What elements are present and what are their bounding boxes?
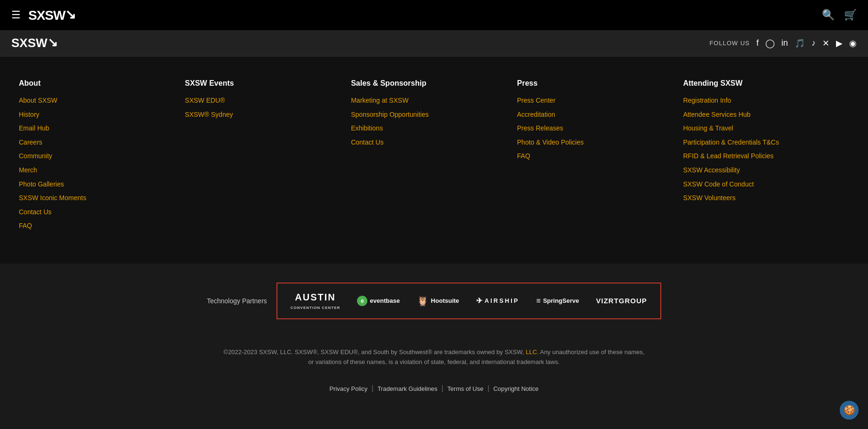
follow-label: FOLLOW US xyxy=(709,40,750,47)
cart-icon[interactable]: 🛒 xyxy=(844,9,857,21)
link-history[interactable]: History xyxy=(19,111,40,118)
link-photo-galleries[interactable]: Photo Galleries xyxy=(19,180,64,188)
rss-icon[interactable]: ◉ xyxy=(849,38,857,49)
footer-col-about: About About SXSW History Email Hub Caree… xyxy=(19,79,185,235)
link-participation[interactable]: Participation & Credentials T&Cs xyxy=(683,138,779,146)
link-merch[interactable]: Merch xyxy=(19,166,37,174)
copyright-text: ©2022-2023 SXSW, LLC. SXSW®, SXSW EDU®, … xyxy=(222,348,646,367)
link-faq-press[interactable]: FAQ xyxy=(517,152,530,160)
partner-austin: AUSTIN CONVENTION CENTER xyxy=(291,292,340,310)
link-terms-of-use[interactable]: Terms of Use xyxy=(447,385,484,392)
footer-heading-sales: Sales & Sponsorship xyxy=(351,79,508,88)
link-registration[interactable]: Registration Info xyxy=(683,97,731,104)
link-accessibility[interactable]: SXSW Accessibility xyxy=(683,166,740,174)
link-sponsorship[interactable]: Sponsorship Opportunities xyxy=(351,111,429,118)
tech-partners-section: Technology Partners AUSTIN CONVENTION CE… xyxy=(0,264,868,338)
search-icon[interactable]: 🔍 xyxy=(822,9,835,21)
footer-col-sales: Sales & Sponsorship Marketing at SXSW Sp… xyxy=(351,79,517,235)
link-careers[interactable]: Careers xyxy=(19,138,42,146)
link-community[interactable]: Community xyxy=(19,152,52,160)
link-sxsw-sydney[interactable]: SXSW® Sydney xyxy=(185,111,233,118)
link-sxsw-edu[interactable]: SXSW EDU® xyxy=(185,97,225,104)
tiktok-icon[interactable]: ♪ xyxy=(811,38,816,48)
footer-heading-events: SXSW Events xyxy=(185,79,342,88)
spotify-icon[interactable]: 🎵 xyxy=(795,38,805,49)
partner-vizrt: VIZRTGROUP xyxy=(596,297,647,305)
footer-col-attending: Attending SXSW Registration Info Attende… xyxy=(683,79,849,235)
link-volunteers[interactable]: SXSW Volunteers xyxy=(683,194,735,202)
vizrt-name: VIZRTGROUP xyxy=(596,297,647,305)
partners-box: AUSTIN CONVENTION CENTER e eventbase 🦉 H… xyxy=(276,283,661,319)
link-accreditation[interactable]: Accreditation xyxy=(517,111,555,118)
footer-links-attending: Registration Info Attendee Services Hub … xyxy=(683,96,840,203)
separator-1: | xyxy=(372,384,376,392)
footer-bottom-links: Privacy Policy | Trademark Guidelines | … xyxy=(0,380,868,407)
footer-columns: About About SXSW History Email Hub Caree… xyxy=(19,79,849,235)
footer-col-press: Press Press Center Accreditation Press R… xyxy=(517,79,683,235)
link-trademark-guidelines[interactable]: Trademark Guidelines xyxy=(377,385,437,392)
austin-name: AUSTIN xyxy=(295,292,335,303)
footer-links-press: Press Center Accreditation Press Release… xyxy=(517,96,674,161)
top-nav: ☰ SXSW↗ 🔍 🛒 xyxy=(0,0,868,30)
partner-eventbase: e eventbase xyxy=(357,296,400,306)
link-contact-sales[interactable]: Contact Us xyxy=(351,138,383,146)
footer-col-events: SXSW Events SXSW EDU® SXSW® Sydney xyxy=(185,79,351,235)
link-housing-travel[interactable]: Housing & Travel xyxy=(683,124,733,132)
eventbase-icon: e xyxy=(357,296,367,306)
link-code-of-conduct[interactable]: SXSW Code of Conduct xyxy=(683,180,754,188)
separator-3: | xyxy=(487,384,492,392)
separator-2: | xyxy=(441,384,446,392)
link-faq-about[interactable]: FAQ xyxy=(19,222,32,229)
footer-links-about: About SXSW History Email Hub Careers Com… xyxy=(19,96,176,231)
partner-hootsuite: 🦉 Hootsuite xyxy=(417,295,459,307)
facebook-icon[interactable]: f xyxy=(756,38,759,48)
copyright-section: ©2022-2023 SXSW, LLC. SXSW®, SXSW EDU®, … xyxy=(0,338,868,380)
link-email-hub[interactable]: Email Hub xyxy=(19,124,49,132)
link-rfid[interactable]: RFID & Lead Retrieval Policies xyxy=(683,152,773,160)
linkedin-icon[interactable]: in xyxy=(781,38,788,48)
footer-links-events: SXSW EDU® SXSW® Sydney xyxy=(185,96,342,119)
link-contact-about[interactable]: Contact Us xyxy=(19,208,51,216)
link-exhibitions[interactable]: Exhibitions xyxy=(351,124,383,132)
footer-main: About About SXSW History Email Hub Caree… xyxy=(0,57,868,264)
hamburger-icon[interactable]: ☰ xyxy=(11,9,21,21)
copyright-llc-link[interactable]: LLC xyxy=(526,348,537,356)
partner-springserve: ≡ SpringServe xyxy=(536,297,579,305)
eventbase-name: eventbase xyxy=(370,297,400,304)
link-copyright-notice[interactable]: Copyright Notice xyxy=(493,385,538,392)
link-press-releases[interactable]: Press Releases xyxy=(517,124,563,132)
top-nav-right: 🔍 🛒 xyxy=(822,9,857,21)
airship-name: AIRSHIP xyxy=(485,297,519,304)
footer-heading-about: About xyxy=(19,79,176,88)
secondary-logo: SXSW↗ xyxy=(11,36,58,50)
footer-links-sales: Marketing at SXSW Sponsorship Opportunit… xyxy=(351,96,508,147)
footer-heading-attending: Attending SXSW xyxy=(683,79,840,88)
top-nav-left: ☰ SXSW↗ xyxy=(11,8,75,23)
link-about-sxsw[interactable]: About SXSW xyxy=(19,97,57,104)
link-press-center[interactable]: Press Center xyxy=(517,97,556,104)
springserve-name: SpringServe xyxy=(543,297,579,304)
austin-sub: CONVENTION CENTER xyxy=(291,306,340,310)
secondary-header: SXSW↗ FOLLOW US f ◯ in 🎵 ♪ ✕ ▶ ◉ xyxy=(0,30,868,57)
link-attendee-hub[interactable]: Attendee Services Hub xyxy=(683,111,750,118)
hootsuite-name: Hootsuite xyxy=(431,297,459,304)
link-privacy-policy[interactable]: Privacy Policy xyxy=(329,385,367,392)
link-iconic-moments[interactable]: SXSW Iconic Moments xyxy=(19,194,86,202)
springserve-icon: ≡ xyxy=(536,297,541,305)
hootsuite-icon: 🦉 xyxy=(417,295,429,307)
footer-heading-press: Press xyxy=(517,79,674,88)
tech-partners-label: Technology Partners xyxy=(207,297,267,305)
airship-icon: ✈ xyxy=(476,296,482,305)
partner-airship: ✈ AIRSHIP xyxy=(476,296,519,305)
link-photo-video-policies[interactable]: Photo & Video Policies xyxy=(517,138,584,146)
instagram-icon[interactable]: ◯ xyxy=(765,38,775,49)
youtube-icon[interactable]: ▶ xyxy=(836,38,843,49)
follow-section: FOLLOW US f ◯ in 🎵 ♪ ✕ ▶ ◉ xyxy=(709,38,857,49)
link-marketing[interactable]: Marketing at SXSW xyxy=(351,97,408,104)
twitter-icon[interactable]: ✕ xyxy=(822,38,829,49)
top-logo[interactable]: SXSW↗ xyxy=(28,8,75,23)
